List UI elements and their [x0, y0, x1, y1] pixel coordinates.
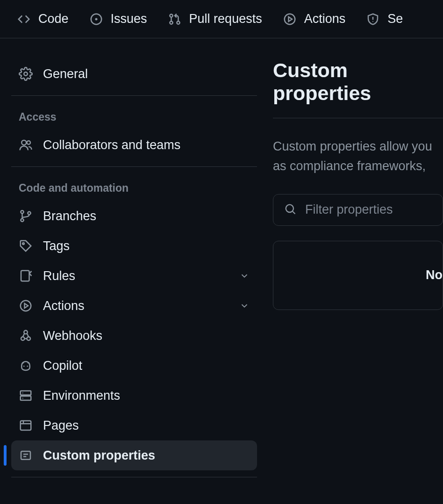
tab-actions[interactable]: Actions	[283, 12, 346, 26]
svg-point-5	[284, 14, 295, 24]
shield-icon	[366, 12, 380, 26]
svg-marker-6	[288, 17, 292, 22]
sidebar-item-label: Collaborators and teams	[43, 138, 180, 152]
sidebar-item-general[interactable]: General	[11, 59, 257, 89]
tab-label: Se	[387, 12, 403, 26]
play-circle-icon	[283, 12, 297, 26]
svg-point-13	[21, 219, 23, 222]
sidebar-item-label: Branches	[43, 209, 96, 223]
page-description: Custom properties allow you as complianc…	[273, 137, 443, 176]
svg-marker-18	[25, 303, 29, 308]
browser-icon	[19, 418, 33, 432]
filter-input[interactable]	[305, 202, 443, 217]
sidebar-item-actions[interactable]: Actions	[11, 291, 257, 321]
tab-issues[interactable]: Issues	[89, 12, 147, 26]
chevron-down-icon	[239, 271, 250, 281]
webhook-icon	[19, 329, 33, 343]
page-title: Custom properties	[273, 59, 443, 118]
svg-point-23	[27, 366, 29, 367]
svg-point-22	[23, 366, 25, 367]
divider	[11, 166, 257, 167]
sidebar-item-label: Pages	[43, 418, 79, 433]
issue-icon	[89, 12, 103, 26]
properties-list: No	[273, 241, 443, 310]
section-heading-code-automation: Code and automation	[11, 173, 257, 201]
divider	[11, 477, 257, 477]
rules-icon	[19, 269, 33, 283]
tab-code[interactable]: Code	[17, 12, 69, 26]
svg-point-12	[21, 210, 23, 213]
people-icon	[19, 138, 33, 152]
note-icon	[19, 448, 33, 462]
svg-point-14	[28, 212, 30, 215]
svg-point-26	[22, 392, 23, 393]
svg-point-9	[24, 72, 28, 76]
svg-rect-16	[21, 271, 29, 281]
svg-point-2	[170, 14, 172, 17]
sidebar-item-custom-properties[interactable]: Custom properties	[11, 440, 257, 470]
svg-point-34	[286, 204, 293, 212]
svg-point-8	[372, 21, 373, 22]
sidebar-item-environments[interactable]: Environments	[11, 381, 257, 410]
sidebar-item-rules[interactable]: Rules	[11, 261, 257, 291]
sidebar-item-label: Webhooks	[43, 329, 102, 343]
tab-label: Issues	[111, 12, 147, 26]
sidebar-item-branches[interactable]: Branches	[11, 201, 257, 231]
tab-label: Code	[38, 12, 69, 26]
divider	[11, 95, 257, 96]
svg-point-10	[21, 140, 26, 145]
svg-point-27	[22, 398, 23, 399]
sidebar-item-label: Environments	[43, 389, 120, 403]
sidebar-item-collaborators[interactable]: Collaborators and teams	[11, 130, 257, 160]
sidebar-item-tags[interactable]: Tags	[11, 231, 257, 261]
play-circle-icon	[19, 299, 33, 313]
svg-line-35	[293, 211, 295, 214]
svg-rect-24	[21, 391, 31, 395]
svg-rect-25	[21, 396, 31, 400]
sidebar-item-pages[interactable]: Pages	[11, 410, 257, 440]
svg-point-4	[177, 21, 179, 24]
sidebar-item-label: Rules	[43, 269, 75, 283]
sidebar-item-webhooks[interactable]: Webhooks	[11, 321, 257, 351]
empty-state-text: No	[426, 268, 443, 282]
svg-point-17	[21, 301, 31, 311]
git-branch-icon	[19, 209, 33, 223]
sidebar-item-copilot[interactable]: Copilot	[11, 351, 257, 381]
sidebar-item-label: Tags	[43, 239, 70, 253]
svg-point-15	[22, 243, 24, 245]
gear-icon	[19, 67, 33, 81]
svg-point-20	[27, 337, 31, 341]
svg-point-1	[95, 18, 97, 20]
sidebar-item-label: Copilot	[43, 359, 82, 373]
tab-label: Pull requests	[189, 12, 262, 26]
svg-rect-28	[21, 421, 31, 430]
chevron-down-icon	[239, 301, 250, 311]
tab-pull-requests[interactable]: Pull requests	[168, 12, 262, 26]
tab-label: Actions	[304, 12, 346, 26]
svg-point-11	[27, 141, 31, 144]
sidebar-item-label: Custom properties	[43, 448, 155, 463]
settings-sidebar: General Access Collaborators and teams C…	[0, 59, 266, 484]
svg-rect-31	[21, 451, 30, 460]
sidebar-item-label: General	[43, 67, 88, 81]
copilot-icon	[19, 359, 33, 373]
filter-box[interactable]	[273, 194, 443, 226]
section-heading-access: Access	[11, 102, 257, 130]
svg-point-3	[170, 21, 172, 24]
server-icon	[19, 389, 33, 403]
svg-point-19	[21, 337, 25, 341]
main-content: Custom properties Custom properties allo…	[266, 59, 443, 484]
repo-tab-nav: Code Issues Pull requests Actions Se	[0, 0, 443, 38]
tag-icon	[19, 239, 33, 253]
git-pull-request-icon	[168, 12, 182, 26]
search-icon	[284, 202, 297, 217]
sidebar-item-label: Actions	[43, 299, 85, 313]
tab-security[interactable]: Se	[366, 12, 403, 26]
code-icon	[17, 12, 31, 26]
